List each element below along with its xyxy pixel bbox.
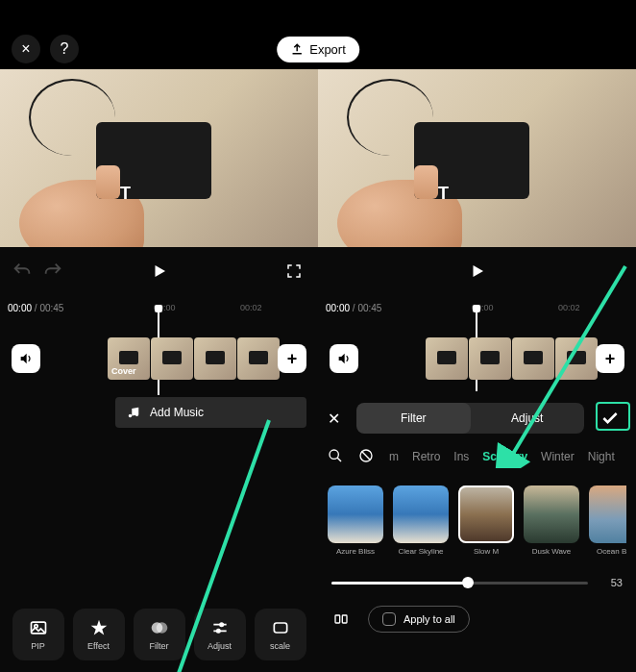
prohibit-icon xyxy=(358,448,374,463)
filter-ocean-blue[interactable]: Ocean Blue xyxy=(589,485,626,556)
time-tick: 00:02 xyxy=(240,303,262,312)
effect-tool[interactable]: Effect xyxy=(73,609,125,660)
preview-left[interactable]: T xyxy=(0,69,318,247)
category-item[interactable]: m xyxy=(389,450,399,463)
search-button[interactable] xyxy=(328,448,345,466)
category-ins[interactable]: Ins xyxy=(453,450,469,463)
panel-close-button[interactable]: ✕ xyxy=(328,410,347,428)
add-music-button[interactable]: Add Music xyxy=(115,397,306,428)
tab-filter[interactable]: Filter xyxy=(356,403,471,434)
help-button[interactable]: ? xyxy=(50,35,79,63)
svg-rect-11 xyxy=(342,615,347,623)
scale-tool[interactable]: scale xyxy=(255,609,306,660)
preview-right[interactable]: T xyxy=(318,69,636,247)
compare-button[interactable] xyxy=(328,606,355,633)
filter-name: Ocean Blue xyxy=(589,547,626,556)
checkbox-icon xyxy=(382,612,396,626)
category-retro[interactable]: Retro xyxy=(412,450,440,463)
compare-icon xyxy=(333,611,349,627)
play-button[interactable] xyxy=(151,262,168,280)
apply-to-all-button[interactable]: Apply to all xyxy=(368,606,470,633)
svg-rect-10 xyxy=(335,615,340,623)
svg-point-8 xyxy=(330,450,338,459)
timeline-clip[interactable] xyxy=(151,337,193,380)
svg-point-5 xyxy=(216,630,219,633)
filter-tool[interactable]: Filter xyxy=(134,609,185,660)
close-button[interactable]: × xyxy=(12,35,40,63)
svg-rect-6 xyxy=(274,623,286,633)
music-icon xyxy=(127,406,140,419)
filter-name: Azure Bliss xyxy=(328,547,383,556)
check-icon xyxy=(600,409,620,428)
apply-label: Apply to all xyxy=(404,613,455,625)
svg-point-4 xyxy=(220,623,223,626)
time-total: 00:45 xyxy=(357,303,381,313)
category-scenery[interactable]: Scenery xyxy=(482,450,527,463)
add-clip-button[interactable]: + xyxy=(596,344,624,373)
image-icon xyxy=(29,618,48,637)
time-separator: / xyxy=(350,303,357,313)
filter-name: Slow M xyxy=(458,547,514,556)
sliders-icon xyxy=(210,618,230,637)
filter-clear-skyline[interactable]: Clear Skyline xyxy=(393,485,449,556)
filter-name: Clear Skyline xyxy=(393,547,449,556)
undo-button[interactable] xyxy=(12,261,33,282)
time-tick: 00:02 xyxy=(558,303,580,312)
adjust-tool[interactable]: Adjust xyxy=(194,609,246,660)
confirm-button[interactable] xyxy=(594,404,626,433)
circles-icon xyxy=(150,618,169,637)
text-overlay-marker: T xyxy=(438,184,449,204)
time-current: 00:00 xyxy=(326,303,350,313)
filter-label: Filter xyxy=(150,641,169,651)
search-icon xyxy=(328,448,343,463)
timeline-clip[interactable] xyxy=(555,337,598,380)
no-filter-button[interactable] xyxy=(358,448,376,466)
filter-slow[interactable]: Slow M xyxy=(458,485,514,556)
timeline-clip[interactable] xyxy=(426,337,468,380)
scale-icon xyxy=(271,618,290,637)
tab-adjust[interactable]: Adjust xyxy=(471,403,585,434)
cover-clip[interactable] xyxy=(108,337,150,380)
category-night[interactable]: Night xyxy=(588,450,615,463)
effect-label: Effect xyxy=(87,641,110,651)
time-current: 00:00 xyxy=(8,303,32,313)
star-icon xyxy=(89,618,109,637)
adjust-label: Adjust xyxy=(208,641,232,651)
intensity-slider[interactable] xyxy=(331,582,588,585)
timeline-clip[interactable] xyxy=(512,337,554,380)
intensity-value: 53 xyxy=(599,577,623,588)
filter-azure-bliss[interactable]: Azure Bliss xyxy=(328,485,383,556)
filter-name: Dusk Wave xyxy=(524,547,579,556)
pip-tool[interactable]: PIP xyxy=(12,609,64,660)
export-button[interactable]: Export xyxy=(277,37,359,62)
category-winter[interactable]: Winter xyxy=(541,450,575,463)
play-button[interactable] xyxy=(469,262,486,280)
export-label: Export xyxy=(309,42,346,57)
time-separator: / xyxy=(32,303,39,313)
volume-button[interactable] xyxy=(12,344,40,373)
pip-label: PIP xyxy=(31,641,45,651)
timeline-clip[interactable] xyxy=(194,337,236,380)
add-music-label: Add Music xyxy=(150,406,204,419)
text-overlay-marker: T xyxy=(120,184,131,204)
svg-point-3 xyxy=(156,622,167,634)
volume-button[interactable] xyxy=(330,344,358,373)
filter-dusk-wave[interactable]: Dusk Wave xyxy=(524,485,579,556)
time-total: 00:45 xyxy=(39,303,63,313)
scale-label: scale xyxy=(270,641,290,651)
add-clip-button[interactable]: + xyxy=(278,344,306,373)
fullscreen-button[interactable] xyxy=(285,262,303,280)
timeline-clip[interactable] xyxy=(469,337,511,380)
redo-button[interactable] xyxy=(42,261,63,282)
upload-icon xyxy=(290,42,304,56)
timeline-clip[interactable] xyxy=(237,337,280,380)
